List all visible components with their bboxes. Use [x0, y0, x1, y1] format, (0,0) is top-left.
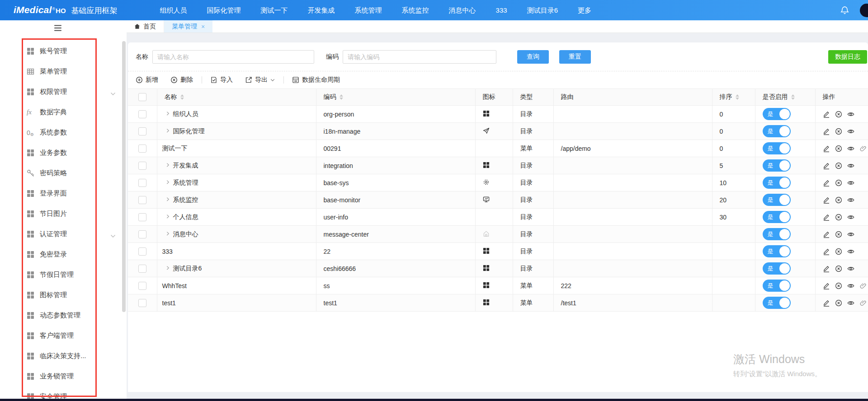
enable-toggle[interactable]: 是 [763, 194, 791, 206]
sidebar-item[interactable]: 节假日管理 [0, 265, 127, 285]
sidebar-scrollbar[interactable] [122, 41, 126, 312]
topnav-item[interactable]: 国际化管理 [197, 0, 251, 20]
topnav-item[interactable]: 333 [486, 0, 517, 20]
select-all-checkbox[interactable] [138, 93, 146, 101]
sidebar-item[interactable]: 菜单管理 [0, 61, 127, 82]
topnav-item[interactable]: 系统监控 [392, 0, 439, 20]
column-header-code[interactable]: 编码 [316, 89, 475, 106]
disable-icon[interactable] [835, 231, 842, 238]
disable-icon[interactable] [835, 128, 842, 135]
sort-icons[interactable] [180, 94, 184, 100]
edit-icon[interactable] [823, 196, 830, 204]
sidebar-item[interactable]: 认证管理 [0, 224, 127, 244]
row-checkbox[interactable] [138, 196, 146, 204]
row-checkbox[interactable] [138, 247, 146, 256]
link-icon[interactable] [859, 145, 867, 152]
expand-row-icon[interactable] [166, 180, 170, 185]
edit-icon[interactable] [823, 282, 830, 289]
row-checkbox[interactable] [138, 127, 146, 135]
topnav-item[interactable]: 测试一下 [251, 0, 298, 20]
expand-row-icon[interactable] [166, 128, 170, 133]
expand-row-icon[interactable] [166, 111, 170, 116]
name-input[interactable] [152, 50, 314, 64]
enable-toggle[interactable]: 是 [763, 297, 791, 309]
sidebar-item[interactable]: 业务参数 [0, 143, 127, 163]
row-checkbox[interactable] [138, 265, 146, 273]
disable-icon[interactable] [835, 111, 842, 118]
lifecycle-button[interactable]: 数据生命周期 [292, 76, 340, 84]
view-icon[interactable] [847, 299, 854, 307]
expand-row-icon[interactable] [166, 266, 170, 270]
view-icon[interactable] [847, 196, 854, 204]
row-checkbox[interactable] [138, 299, 146, 307]
sidebar-item[interactable]: 临床决策支持... [0, 346, 127, 366]
disable-icon[interactable] [835, 282, 842, 289]
topnav-item[interactable]: 测试目录6 [517, 0, 568, 20]
edit-icon[interactable] [823, 248, 830, 255]
enable-toggle[interactable]: 是 [763, 280, 791, 292]
bell-icon[interactable] [840, 6, 849, 14]
data-log-button[interactable]: 数据日志 [828, 50, 867, 64]
row-checkbox[interactable] [138, 145, 146, 153]
link-icon[interactable] [859, 282, 867, 289]
sidebar-item[interactable]: 免密登录 [0, 244, 127, 265]
edit-icon[interactable] [823, 299, 830, 307]
sidebar-item[interactable]: 权限管理 [0, 82, 127, 102]
sidebar-item[interactable]: 密码策略 [0, 163, 127, 183]
enable-toggle[interactable]: 是 [763, 177, 791, 189]
disable-icon[interactable] [835, 248, 842, 255]
add-button[interactable]: 新增 [136, 76, 158, 84]
expand-row-icon[interactable] [166, 163, 170, 168]
topnav-item[interactable]: 系统管理 [345, 0, 392, 20]
edit-icon[interactable] [823, 179, 830, 187]
enable-toggle[interactable]: 是 [763, 159, 791, 172]
sidebar-item[interactable]: fx 数据字典 [0, 102, 127, 122]
view-icon[interactable] [847, 214, 854, 221]
edit-icon[interactable] [823, 145, 830, 152]
sidebar-item[interactable]: 客户端管理 [0, 326, 127, 346]
enable-toggle[interactable]: 是 [763, 108, 791, 120]
import-button[interactable]: 导入 [210, 76, 233, 84]
row-checkbox[interactable] [138, 213, 146, 221]
topnav-item[interactable]: 消息中心 [439, 0, 486, 20]
enable-toggle[interactable]: 是 [763, 211, 791, 223]
topnav-item[interactable]: 更多 [568, 0, 601, 20]
code-input[interactable] [343, 50, 496, 64]
edit-icon[interactable] [823, 214, 830, 221]
sidebar-item[interactable]: 账号管理 [0, 41, 127, 61]
edit-icon[interactable] [823, 111, 830, 118]
sort-icons[interactable] [340, 94, 343, 100]
tab-home[interactable]: 首页 [127, 20, 164, 33]
view-icon[interactable] [847, 128, 854, 135]
disable-icon[interactable] [835, 196, 842, 204]
expand-row-icon[interactable] [166, 197, 170, 202]
enable-toggle[interactable]: 是 [763, 142, 791, 154]
enable-toggle[interactable]: 是 [763, 125, 791, 137]
row-checkbox[interactable] [138, 282, 146, 290]
view-icon[interactable] [847, 265, 854, 272]
edit-icon[interactable] [823, 128, 830, 135]
expand-row-icon[interactable] [166, 231, 170, 236]
sidebar-item[interactable]: 图标管理 [0, 285, 127, 305]
expand-row-icon[interactable] [166, 214, 170, 219]
row-checkbox[interactable] [138, 162, 146, 170]
sort-icons[interactable] [791, 94, 795, 100]
column-header-enabled[interactable]: 是否启用 [755, 89, 815, 106]
avatar[interactable] [860, 4, 868, 17]
disable-icon[interactable] [835, 214, 842, 221]
sidebar-collapse-icon[interactable] [53, 24, 63, 33]
enable-toggle[interactable]: 是 [763, 228, 791, 240]
sidebar-item[interactable]: 0⚙ 系统参数 [0, 122, 127, 143]
column-header-sort[interactable]: 排序 [712, 89, 755, 106]
link-icon[interactable] [859, 299, 867, 307]
topnav-item[interactable]: 开发集成 [298, 0, 345, 20]
row-checkbox[interactable] [138, 179, 146, 187]
sort-icons[interactable] [736, 94, 739, 100]
sidebar-item[interactable]: 节日图片 [0, 204, 127, 224]
view-icon[interactable] [847, 111, 854, 118]
sidebar-item[interactable]: 业务锁管理 [0, 366, 127, 387]
sidebar-item[interactable]: 动态参数管理 [0, 305, 127, 326]
topnav-item[interactable]: 组织人员 [150, 0, 197, 20]
view-icon[interactable] [847, 162, 854, 169]
enable-toggle[interactable]: 是 [763, 245, 791, 257]
